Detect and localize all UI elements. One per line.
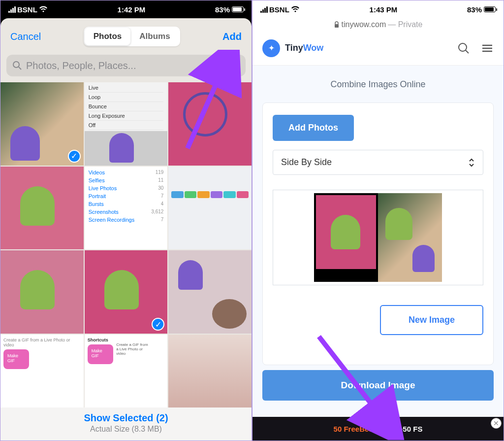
layout-select[interactable]: Side By Side [273, 150, 483, 175]
carrier-label: BSNL [17, 5, 37, 14]
show-selected-button[interactable]: Show Selected (2) [0, 412, 252, 424]
photo-thumb[interactable]: ✓ [0, 82, 84, 166]
carrier-label: BSNL [269, 5, 289, 14]
hamburger-menu-icon[interactable] [481, 42, 494, 55]
svg-line-1 [19, 67, 21, 69]
selected-check-icon: ✓ [68, 150, 81, 163]
brand-logo-icon: ✦ [262, 39, 280, 57]
photo-thumb[interactable] [168, 82, 252, 166]
signal-icon [260, 6, 268, 13]
photo-thumb[interactable]: LiveLoopBounceLong ExposureOff [85, 82, 168, 166]
ad-banner[interactable]: 50 FreeBet Aviator +50 FS [252, 417, 504, 441]
photo-thumb[interactable]: Create a GIF from a Live Photo or video … [0, 335, 84, 407]
battery-pct: 83% [215, 5, 230, 14]
photo-thumb[interactable] [0, 250, 84, 334]
wifi-icon [39, 6, 48, 13]
right-screenshot: BSNL 1:43 PM 83% tinywow.com — Private ✦… [252, 0, 504, 441]
app-header: ✦ TinyWow [252, 31, 504, 66]
new-image-button[interactable]: New Image [380, 305, 483, 335]
photo-thumb[interactable]: Shortcuts Make GIF Create a GIF from a L… [85, 335, 168, 407]
photo-thumb[interactable] [168, 167, 252, 250]
add-photos-button[interactable]: Add Photos [273, 115, 354, 141]
svg-point-4 [459, 43, 467, 51]
svg-rect-3 [335, 24, 339, 28]
search-icon [12, 61, 22, 70]
url-host: tinywow.com [342, 20, 386, 29]
photo-grid: ✓ LiveLoopBounceLong ExposureOff Videos1… [0, 82, 252, 407]
photo-thumb[interactable]: Videos119 Selfies11 Live Photos30 Portra… [85, 167, 168, 250]
preview-thumb [378, 193, 442, 282]
status-bar: BSNL 1:43 PM 83% [252, 0, 504, 18]
clock-time: 1:42 PM [118, 5, 146, 14]
photo-picker-sheet: Cancel Photos Albums Add Photos, People,… [0, 18, 252, 441]
main-card: Add Photos Side By Side New Image [262, 102, 494, 365]
wifi-icon [291, 6, 300, 13]
svg-line-5 [466, 50, 469, 53]
svg-point-0 [13, 62, 19, 68]
url-suffix: — Private [388, 20, 422, 29]
battery-icon [484, 6, 496, 12]
signal-icon [8, 6, 16, 13]
tab-albums[interactable]: Albums [130, 28, 179, 45]
ad-close-icon[interactable]: ✕ [491, 418, 502, 429]
battery-icon [232, 6, 244, 12]
search-placeholder: Photos, People, Places... [26, 60, 136, 71]
status-bar: BSNL 1:42 PM 83% [0, 0, 252, 18]
cancel-button[interactable]: Cancel [10, 31, 41, 42]
photos-albums-segmented[interactable]: Photos Albums [84, 27, 180, 46]
download-image-button[interactable]: Download Image [262, 370, 494, 401]
actual-size-label: Actual Size (8.3 MB) [0, 425, 252, 434]
search-icon[interactable] [457, 42, 470, 55]
preview-thumb [314, 193, 378, 282]
brand[interactable]: ✦ TinyWow [262, 39, 323, 57]
photo-thumb[interactable] [0, 167, 84, 250]
photo-thumb[interactable] [168, 250, 252, 334]
tab-photos[interactable]: Photos [85, 28, 131, 45]
bottom-bar: Show Selected (2) Actual Size (8.3 MB) [0, 407, 252, 441]
select-value: Side By Side [281, 157, 332, 168]
preview-box [273, 190, 483, 285]
photo-thumb[interactable]: ✓ [85, 250, 168, 334]
url-bar[interactable]: tinywow.com — Private [252, 18, 504, 31]
selected-check-icon: ✓ [152, 318, 164, 331]
battery-pct: 83% [467, 5, 482, 14]
left-screenshot: BSNL 1:42 PM 83% Cancel Photos Albums Ad… [0, 0, 252, 441]
chevron-updown-icon [468, 158, 475, 167]
page-subtitle: Combine Images Online [252, 79, 504, 90]
add-button[interactable]: Add [222, 31, 242, 42]
photo-thumb[interactable] [168, 335, 252, 407]
search-input[interactable]: Photos, People, Places... [6, 55, 246, 76]
lock-icon [334, 21, 340, 28]
clock-time: 1:43 PM [370, 5, 398, 14]
